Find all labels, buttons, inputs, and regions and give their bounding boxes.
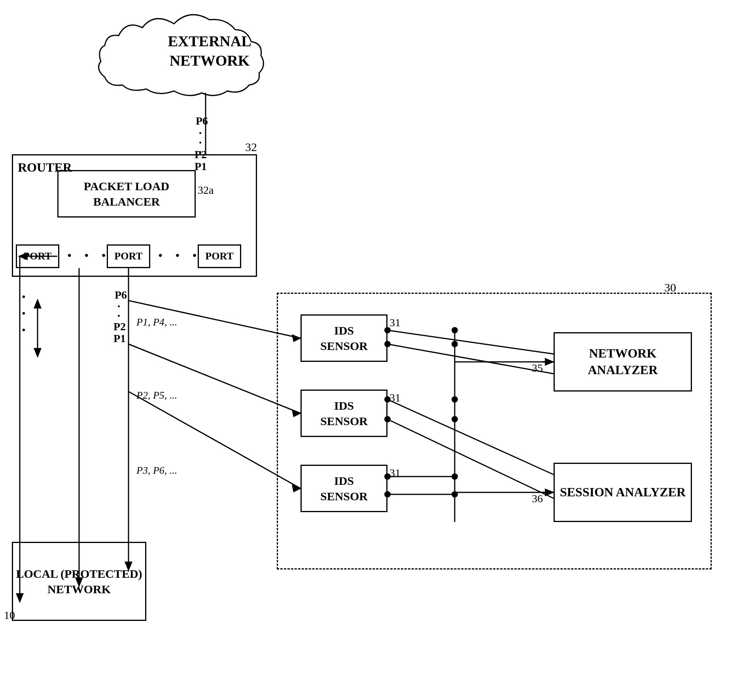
svg-line-10 (129, 344, 301, 413)
network-analyzer-text: NETWORK ANALYZER (555, 345, 691, 378)
flow-label-2: P2, P5, ... (136, 390, 177, 401)
local-network-number: 10 (4, 609, 15, 622)
ids-sensor-1-text: IDSSENSOR (320, 323, 368, 354)
p6-label-mid: P6 (115, 289, 127, 301)
svg-marker-42 (34, 299, 42, 308)
p6-label-top: P6 (196, 115, 208, 127)
router-number: 32 (245, 140, 257, 154)
port-box-1: PORT (16, 244, 59, 268)
svg-marker-43 (34, 348, 42, 358)
port-box-3: PORT (198, 244, 241, 268)
flow-label-3: P3, P6, ... (136, 465, 177, 477)
system-number-30: 30 (664, 281, 676, 294)
dots-between-ports2: • • • (158, 248, 202, 263)
ids3-number: 31 (389, 467, 401, 479)
ids-sensor-1: IDSSENSOR (301, 314, 387, 362)
plb-text: PACKET LOAD BALANCER (59, 178, 195, 209)
plb-number: 32a (198, 184, 214, 197)
ids-sensor-2-text: IDSSENSOR (320, 398, 368, 429)
ids-sensor-3-text: IDSSENSOR (320, 473, 368, 504)
ids-sensor-3: IDSSENSOR (301, 465, 387, 512)
local-network-text: LOCAL (PROTECTED) NETWORK (13, 566, 145, 597)
external-network-label: EXTERNAL NETWORK (150, 32, 269, 71)
plb-box: PACKET LOAD BALANCER (57, 170, 196, 218)
session-analyzer-text: SESSION ANALYZER (560, 484, 686, 501)
dots-between-ports: • • • (67, 248, 111, 263)
diagram-container: EXTERNAL NETWORK P6 ••• P2 P1 32 ROUTER … (0, 0, 739, 700)
network-analyzer-number: 35 (532, 362, 543, 375)
flow-label-1: P1, P4, ... (136, 316, 177, 328)
local-network-box: LOCAL (PROTECTED) NETWORK (12, 542, 146, 621)
p2-label-mid: P2 (113, 320, 126, 333)
network-analyzer-box: NETWORK ANALYZER (554, 332, 692, 392)
ids-sensor-2: IDSSENSOR (301, 390, 387, 437)
ids1-number: 31 (389, 316, 401, 329)
port-box-2: PORT (107, 244, 150, 268)
p1-label-mid: P1 (113, 332, 126, 345)
session-analyzer-box: SESSION ANALYZER (554, 463, 692, 522)
session-analyzer-number: 36 (532, 492, 543, 505)
left-side-dots: ••• (22, 289, 26, 339)
ids2-number: 31 (389, 392, 401, 404)
